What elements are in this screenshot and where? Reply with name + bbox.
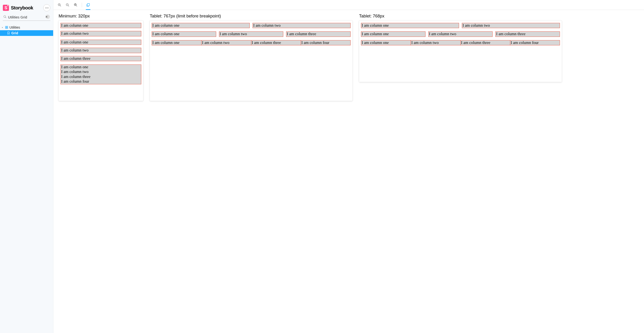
zoom-in-icon (58, 3, 62, 7)
close-icon (46, 16, 48, 18)
zoom-out-button[interactable] (64, 1, 71, 9)
sidebar: S Storybook ▾ Utilities Grid (0, 0, 54, 333)
grid-row: I am column one I am column two (60, 23, 141, 36)
grid-cell: I am column two (202, 40, 251, 45)
grid-section-3col: I am column one I am column two I am col… (60, 40, 141, 61)
tree-label: Grid (11, 31, 18, 35)
grid-cell: I am column one (152, 40, 202, 45)
toolbar (54, 0, 644, 10)
viewport-frame-min: I am column one I am column two I am col… (58, 20, 143, 101)
grid-cell: I am column three (286, 32, 350, 36)
grid-cell: I am column two (462, 23, 560, 28)
grid-row: I am column one I am column two I am col… (361, 40, 560, 45)
grid-section-2col: I am column one I am column two (60, 23, 141, 36)
zoom-out-icon (66, 3, 70, 7)
viewport-block-tab767: Tablet: 767px (limit before breakpoint) … (150, 14, 352, 101)
grid-section-4col: I am column one I am column two I am col… (60, 64, 141, 84)
grid-cell: I am column two (428, 32, 493, 36)
grid-cell: I am column four (60, 79, 141, 84)
tree-node-grid[interactable]: Grid (0, 30, 53, 36)
grid-section-3col: I am column one I am column two I am col… (361, 32, 560, 36)
grid-row: I am column one I am column two (361, 23, 560, 28)
svg-point-0 (4, 16, 6, 18)
grid-cell: I am column one (60, 23, 141, 28)
svg-line-13 (68, 6, 69, 6)
grid-cell: I am column four (301, 40, 350, 45)
grid-cell: I am column three (60, 74, 141, 79)
search-input[interactable] (3, 14, 50, 21)
main: Minimum: 320px I am column one I am colu… (54, 0, 644, 333)
grid-section-3col: I am column one I am column two I am col… (152, 32, 350, 36)
svg-rect-4 (6, 26, 6, 27)
grid-cell: I am column three (496, 32, 560, 36)
grid-cell: I am column two (60, 70, 141, 74)
viewport-title: Minimum: 320px (58, 14, 143, 19)
storybook-logo-icon: S (3, 5, 9, 11)
grid-cell: I am column two (60, 31, 141, 36)
navigation-tree: ▾ Utilities Grid (0, 22, 53, 36)
search-wrap (0, 14, 53, 22)
grid-row: I am column one I am column two I am col… (152, 40, 350, 45)
svg-line-1 (6, 17, 6, 18)
app-name: Storybook (11, 5, 33, 11)
grid-cell: I am column three (251, 40, 301, 45)
zoom-reset-icon (74, 3, 78, 7)
svg-rect-7 (7, 28, 8, 28)
grid-row: I am column one I am column two I am col… (361, 32, 560, 36)
tree-label: Utilities (10, 26, 20, 29)
viewport-block-tab768: Tablet: 768px I am column one I am colum… (359, 14, 562, 82)
viewport-frame-tab767: I am column one I am column two I am col… (150, 20, 352, 101)
viewport-button[interactable] (84, 1, 92, 9)
bookmark-icon (7, 32, 10, 34)
clear-search-button[interactable] (46, 15, 50, 19)
svg-line-9 (60, 6, 61, 6)
grid-cell: I am column one (361, 40, 411, 45)
grid-section-2col: I am column one I am column two (361, 23, 560, 28)
grid-category-icon (5, 26, 8, 29)
viewport-block-min: Minimum: 320px I am column one I am colu… (58, 14, 143, 101)
grid-cell: I am column one (60, 64, 141, 70)
tree-node-utilities[interactable]: ▾ Utilities (0, 24, 53, 30)
grid-cell: I am column two (411, 40, 460, 45)
toolbar-separator (82, 2, 82, 7)
search-icon (3, 15, 6, 18)
grid-cell: I am column four (510, 40, 560, 45)
grid-cell: I am column one (361, 32, 426, 36)
grid-section-4col: I am column one I am column two I am col… (152, 40, 350, 45)
viewport-icon (86, 3, 90, 7)
grid-cell: I am column three (60, 56, 141, 61)
grid-cell: I am column two (252, 23, 350, 28)
grid-row: I am column one I am column two I am col… (60, 64, 141, 84)
grid-section-2col: I am column one I am column two (152, 23, 350, 28)
grid-cell: I am column one (361, 23, 459, 28)
grid-section-4col: I am column one I am column two I am col… (361, 40, 560, 45)
grid-cell: I am column three (461, 40, 510, 45)
zoom-reset-button[interactable] (72, 1, 80, 9)
svg-rect-6 (6, 28, 6, 28)
grid-row: I am column one I am column two I am col… (152, 32, 350, 36)
caret-down-icon: ▾ (2, 26, 4, 28)
grid-cell: I am column two (219, 32, 284, 36)
grid-cell: I am column two (60, 48, 141, 53)
grid-cell: I am column one (152, 23, 250, 28)
viewport-title: Tablet: 767px (limit before breakpoint) (150, 14, 352, 19)
viewport-title: Tablet: 768px (359, 14, 562, 19)
svg-rect-5 (7, 26, 8, 27)
grid-row: I am column one I am column two I am col… (60, 40, 141, 61)
svg-line-16 (76, 6, 77, 6)
preview-canvas[interactable]: Minimum: 320px I am column one I am colu… (54, 10, 644, 333)
menu-button[interactable] (43, 4, 50, 11)
grid-cell: I am column one (152, 32, 216, 36)
viewport-grid: Minimum: 320px I am column one I am colu… (58, 14, 639, 101)
grid-row: I am column one I am column two (152, 23, 350, 28)
viewport-frame-tab768: I am column one I am column two I am col… (359, 20, 562, 82)
zoom-in-button[interactable] (56, 1, 63, 9)
logo[interactable]: S Storybook (3, 5, 33, 11)
svg-rect-17 (88, 4, 90, 6)
grid-cell: I am column one (60, 40, 141, 45)
sidebar-header: S Storybook (0, 2, 53, 14)
